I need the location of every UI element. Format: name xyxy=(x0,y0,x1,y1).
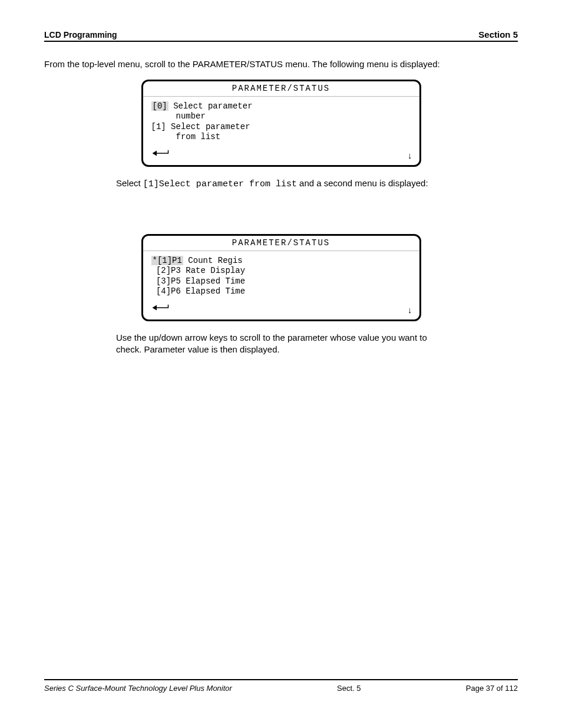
caption-1: Select [1]Select parameter from list and… xyxy=(116,177,446,190)
footer-product: Series C Surface-Mount Technology Level … xyxy=(44,684,232,693)
footer-section: Sect. 5 xyxy=(337,684,361,693)
lcd-panel-1-highlight: [0] xyxy=(151,101,168,111)
header-right: Section 5 xyxy=(478,29,518,39)
lcd-panel-1-title: PARAMETER/STATUS xyxy=(143,81,419,97)
down-arrow-icon: ↓ xyxy=(408,305,412,316)
lcd-panel-2-line4: [4]P6 Elapsed Time xyxy=(151,286,246,296)
lcd-panel-1-line1: Select parameter xyxy=(173,101,252,111)
enter-arrow-icon xyxy=(151,303,169,316)
lcd-panel-1-line4: from list xyxy=(151,132,221,141)
lcd-panel-2-line3: [3]P5 Elapsed Time xyxy=(151,276,246,286)
page-footer: Series C Surface-Mount Technology Level … xyxy=(44,679,518,693)
footer-pages: Page 37 of 112 xyxy=(466,684,518,693)
caption-2: Use the up/down arrow keys to scroll to … xyxy=(116,332,446,356)
lcd-panel-1-line2: number xyxy=(151,111,206,121)
lcd-panel-1-line3: [1] Select parameter xyxy=(151,122,250,131)
page-header: LCD Programming Section 5 xyxy=(44,29,518,42)
caption-1-b: and a second menu is displayed: xyxy=(297,178,428,188)
caption-1-a: Select xyxy=(116,178,143,188)
down-arrow-icon: ↓ xyxy=(408,150,412,162)
caption-1-code: [1]Select parameter from list xyxy=(143,179,297,189)
lcd-panel-1: PARAMETER/STATUS [0] Select parameter nu… xyxy=(141,80,421,167)
intro-paragraph: From the top-level menu, scroll to the P… xyxy=(44,58,518,70)
lcd-panel-2-line2: [2]P3 Rate Display xyxy=(151,266,246,275)
lcd-panel-2-line1: Count Regis xyxy=(188,256,242,265)
lcd-panel-2: PARAMETER/STATUS *[1]P1 Count Regis [2]P… xyxy=(141,234,421,321)
lcd-panel-2-body: *[1]P1 Count Regis [2]P3 Rate Display [3… xyxy=(143,251,419,303)
header-left: LCD Programming xyxy=(44,30,117,39)
lcd-panel-2-highlight: *[1]P1 xyxy=(151,256,183,265)
lcd-panel-1-body: [0] Select parameter number [1] Select p… xyxy=(143,97,419,149)
enter-arrow-icon xyxy=(151,149,169,162)
lcd-panel-2-title: PARAMETER/STATUS xyxy=(143,236,419,251)
